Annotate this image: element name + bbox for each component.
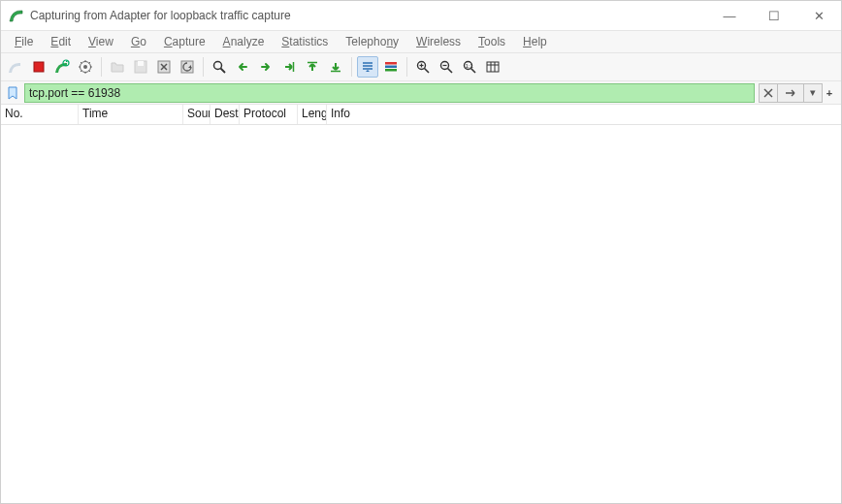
menu-file[interactable]: File xyxy=(7,33,41,50)
autoscroll-button[interactable] xyxy=(357,56,378,78)
menu-telephony[interactable]: Telephony xyxy=(338,33,406,50)
column-header-time[interactable]: Time xyxy=(79,105,183,124)
capture-options-button[interactable] xyxy=(75,56,96,78)
find-packet-button[interactable] xyxy=(209,56,230,78)
save-file-button[interactable] xyxy=(130,56,151,78)
svg-line-30 xyxy=(425,69,430,74)
svg-line-11 xyxy=(89,62,91,64)
close-button[interactable]: ✕ xyxy=(796,1,841,30)
window-controls: — ☐ ✕ xyxy=(707,1,841,30)
svg-rect-26 xyxy=(385,62,397,65)
menu-tools[interactable]: Tools xyxy=(470,33,513,50)
toolbar: 1:1 xyxy=(1,53,841,81)
clear-filter-button[interactable] xyxy=(759,83,778,103)
menu-bar: FileEditViewGoCaptureAnalyzeStatisticsTe… xyxy=(1,31,841,53)
svg-text:1:1: 1:1 xyxy=(466,63,474,69)
go-to-first-packet-button[interactable] xyxy=(302,56,323,78)
menu-go[interactable]: Go xyxy=(123,33,154,50)
filter-controls: ▾ + xyxy=(759,83,837,103)
minimize-button[interactable]: — xyxy=(707,1,752,30)
toolbar-separator xyxy=(101,57,102,77)
display-filter-input[interactable] xyxy=(24,83,755,103)
column-header-source[interactable]: Sour xyxy=(183,105,210,124)
svg-rect-39 xyxy=(487,62,499,72)
go-to-packet-button[interactable] xyxy=(278,56,300,78)
toolbar-separator xyxy=(203,57,204,77)
restart-capture-button[interactable] xyxy=(51,56,73,78)
svg-rect-0 xyxy=(34,62,44,72)
svg-line-19 xyxy=(221,69,226,74)
svg-line-9 xyxy=(89,71,91,73)
svg-line-10 xyxy=(81,71,82,73)
window-title: Capturing from Adapter for loopback traf… xyxy=(30,9,707,22)
resize-columns-button[interactable] xyxy=(482,56,503,78)
filter-history-dropdown[interactable]: ▾ xyxy=(803,83,823,103)
column-header-info[interactable]: Info xyxy=(327,105,841,124)
menu-wireless[interactable]: Wireless xyxy=(408,33,469,50)
column-header-no[interactable]: No. xyxy=(1,105,79,124)
display-filter-bar: ▾ + xyxy=(1,81,841,105)
menu-capture[interactable]: Capture xyxy=(156,33,213,50)
app-window: Capturing from Adapter for loopback traf… xyxy=(0,0,842,504)
packet-list-header: No. Time Sour Dest Protocol Leng Info xyxy=(1,105,841,125)
apply-filter-button[interactable] xyxy=(777,83,804,103)
maximize-button[interactable]: ☐ xyxy=(752,1,796,30)
svg-point-18 xyxy=(214,62,222,70)
packet-list-body[interactable] xyxy=(1,125,841,503)
menu-view[interactable]: View xyxy=(81,33,121,50)
svg-rect-28 xyxy=(385,69,397,72)
svg-line-34 xyxy=(448,69,453,74)
start-capture-button[interactable] xyxy=(5,56,26,78)
svg-point-3 xyxy=(83,65,87,69)
filter-bookmark-icon[interactable] xyxy=(5,85,20,101)
reload-file-button[interactable] xyxy=(177,56,198,78)
column-header-destination[interactable]: Dest xyxy=(210,105,240,124)
open-file-button[interactable] xyxy=(107,56,128,78)
go-back-button[interactable] xyxy=(232,56,253,78)
add-filter-button[interactable]: + xyxy=(822,83,837,103)
title-bar: Capturing from Adapter for loopback traf… xyxy=(1,1,841,31)
menu-edit[interactable]: Edit xyxy=(43,33,79,50)
menu-statistics[interactable]: Statistics xyxy=(274,33,336,50)
zoom-reset-button[interactable]: 1:1 xyxy=(459,56,480,78)
column-header-length[interactable]: Leng xyxy=(298,105,327,124)
go-forward-button[interactable] xyxy=(255,56,276,78)
colorize-packets-button[interactable] xyxy=(380,56,402,78)
column-header-protocol[interactable]: Protocol xyxy=(240,105,298,124)
menu-analyze[interactable]: Analyze xyxy=(215,33,273,50)
go-to-last-packet-button[interactable] xyxy=(325,56,346,78)
stop-capture-button[interactable] xyxy=(28,56,49,78)
toolbar-separator xyxy=(351,57,352,77)
menu-help[interactable]: Help xyxy=(515,33,555,50)
svg-rect-27 xyxy=(385,66,397,69)
wireshark-fin-icon xyxy=(9,8,24,23)
zoom-in-button[interactable] xyxy=(412,56,434,78)
toolbar-separator xyxy=(406,57,407,77)
svg-line-37 xyxy=(471,69,476,74)
svg-line-8 xyxy=(81,62,82,64)
svg-rect-13 xyxy=(138,61,144,66)
close-file-button[interactable] xyxy=(153,56,175,78)
zoom-out-button[interactable] xyxy=(436,56,457,78)
